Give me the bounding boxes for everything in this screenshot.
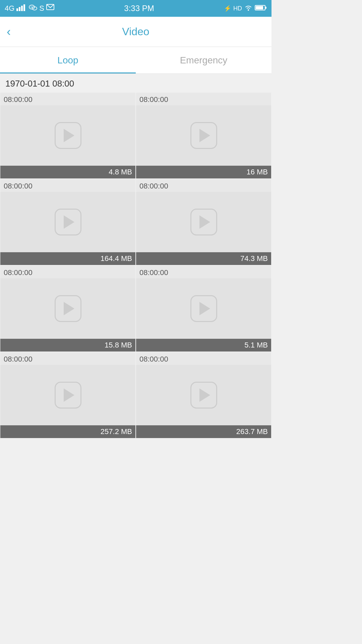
battery-icon <box>255 5 267 12</box>
video-time: 08:00:00 <box>136 93 271 105</box>
status-time: 3:33 PM <box>124 4 154 13</box>
play-triangle <box>199 388 210 402</box>
video-thumb[interactable] <box>0 365 135 425</box>
status-right: ⚡ HD <box>224 4 267 13</box>
video-thumb[interactable] <box>136 105 271 166</box>
video-row: 08:00:00 15.8 MB 08:00:00 5.1 MB <box>0 265 272 352</box>
svg-point-9 <box>248 9 249 11</box>
svg-rect-0 <box>16 8 18 11</box>
video-row: 08:00:00 4.8 MB 08:00:00 16 MB <box>0 92 272 179</box>
msg-icon <box>46 4 54 13</box>
status-left: 4G S <box>5 4 54 13</box>
play-icon <box>55 122 81 149</box>
video-size: 164.4 MB <box>0 252 135 265</box>
video-cell: 08:00:00 4.8 MB <box>0 92 136 179</box>
charging-icon: ⚡ <box>224 5 231 12</box>
play-icon <box>190 209 217 235</box>
svg-point-7 <box>32 7 33 8</box>
play-icon <box>55 295 81 322</box>
play-triangle <box>199 302 210 315</box>
wechat-icon <box>28 4 37 13</box>
status-bar: 4G S 3:33 PM ⚡ <box>0 0 272 17</box>
video-size: 5.1 MB <box>136 339 271 352</box>
svg-point-6 <box>31 7 32 8</box>
play-triangle <box>64 302 74 315</box>
svg-rect-11 <box>265 7 266 9</box>
play-icon <box>190 295 217 322</box>
tab-emergency[interactable]: Emergency <box>136 47 272 73</box>
video-cell: 08:00:00 15.8 MB <box>0 265 136 352</box>
video-cell: 08:00:00 257.2 MB <box>0 352 136 438</box>
video-thumb[interactable] <box>136 278 271 339</box>
play-icon <box>55 382 81 409</box>
play-triangle <box>199 129 210 142</box>
video-thumb[interactable] <box>0 105 135 166</box>
video-thumb[interactable] <box>0 278 135 339</box>
video-grid: 1970-01-01 08:00 08:00:00 4.8 MB 08:00:0… <box>0 74 272 438</box>
sim-icon: S <box>39 4 44 13</box>
video-time: 08:00:00 <box>0 93 135 105</box>
video-size: 74.3 MB <box>136 252 271 265</box>
video-size: 257.2 MB <box>0 425 135 438</box>
video-size: 263.7 MB <box>136 425 271 438</box>
video-time: 08:00:00 <box>136 352 271 365</box>
video-time: 08:00:00 <box>0 352 135 365</box>
video-cell: 08:00:00 263.7 MB <box>136 352 272 438</box>
video-time: 08:00:00 <box>0 266 135 278</box>
play-icon <box>190 122 217 149</box>
wifi-icon <box>244 4 253 13</box>
video-cell: 08:00:00 5.1 MB <box>136 265 272 352</box>
video-size: 15.8 MB <box>0 339 135 352</box>
play-icon <box>55 209 81 235</box>
video-time: 08:00:00 <box>136 179 271 192</box>
video-cell: 08:00:00 74.3 MB <box>136 179 272 265</box>
video-time: 08:00:00 <box>0 179 135 192</box>
play-triangle <box>64 129 74 142</box>
hd-label: HD <box>233 5 242 12</box>
video-row: 08:00:00 164.4 MB 08:00:00 74.3 MB <box>0 179 272 265</box>
back-button[interactable]: ‹ <box>7 26 11 38</box>
video-time: 08:00:00 <box>136 266 271 278</box>
play-triangle <box>64 215 74 229</box>
video-size: 4.8 MB <box>0 166 135 178</box>
svg-rect-1 <box>19 7 20 11</box>
signal-bars <box>16 4 26 13</box>
page-title: Video <box>122 25 149 38</box>
video-cell: 08:00:00 16 MB <box>136 92 272 179</box>
video-thumb[interactable] <box>136 365 271 425</box>
video-thumb[interactable] <box>136 192 271 252</box>
video-cell: 08:00:00 164.4 MB <box>0 179 136 265</box>
svg-rect-3 <box>23 4 25 11</box>
svg-rect-12 <box>256 6 263 9</box>
play-triangle <box>199 215 210 229</box>
video-row: 08:00:00 257.2 MB 08:00:00 263.7 MB <box>0 352 272 438</box>
signal-text: 4G <box>5 4 14 13</box>
tab-bar: Loop Emergency <box>0 47 272 74</box>
video-size: 16 MB <box>136 166 271 178</box>
header: ‹ Video <box>0 17 272 47</box>
play-triangle <box>64 388 74 402</box>
tab-loop[interactable]: Loop <box>0 47 136 73</box>
svg-rect-2 <box>21 6 23 11</box>
play-icon <box>190 382 217 409</box>
date-header: 1970-01-01 08:00 <box>0 74 272 92</box>
video-thumb[interactable] <box>0 192 135 252</box>
